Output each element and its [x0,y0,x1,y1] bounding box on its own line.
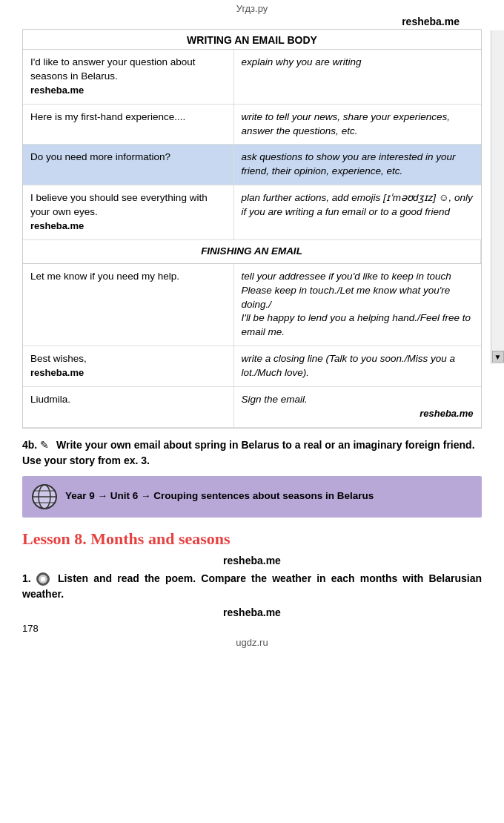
table-cell-right: write to tell your news, share your expe… [233,104,480,145]
purple-box-text: Year 9 → Unit 6 → Crouping sentences abo… [65,489,374,503]
table-cell-left: Here is my first-hand experience.... [23,104,233,145]
table-header: WRITING AN EMAIL BODY [23,30,481,50]
edit-icon: ✎ [40,437,52,448]
resheba-watermark-5: resheba.me [420,408,473,419]
purple-box[interactable]: Year 9 → Unit 6 → Crouping sentences abo… [22,476,482,518]
table-cell-left: Do you need more information? [23,145,233,185]
table-cell-left: I believe you should see everything with… [23,185,233,240]
top-watermark: Угдз.ру [0,0,504,16]
scrollbar[interactable]: ▼ [491,30,504,364]
table-row: I'd like to answer your question about s… [23,50,481,104]
table-cell-right: write a closing line (Talk to you soon./… [233,346,480,387]
table-row: Liudmila. Sign the email. resheba.me [23,387,481,428]
table-cell-right: Sign the email. resheba.me [233,387,480,428]
page-number: 178 [22,623,482,634]
table-cell-left: I'd like to answer your question about s… [23,50,233,104]
email-body-table: I'd like to answer your question about s… [23,50,481,428]
exercise-1-number: 1. [22,572,31,584]
resheba-watermark-2: resheba.me [30,85,84,96]
exercise-4b-number: 4b. [22,439,37,451]
finishing-header: FINISHING AN EMAIL [23,239,481,263]
resheba-watermark-4: resheba.me [30,367,84,378]
lesson-header: Lesson 8. Months and seasons [22,529,482,549]
exercise-4b: 4b. ✎ Write your own email about spring … [22,437,482,469]
resheba-watermark-1: resheba.me [402,16,460,27]
table-row: Let me know if you need my help. tell yo… [23,263,481,346]
table-row-highlighted: Do you need more information? ask questi… [23,145,481,185]
table-cell-left: Best wishes, resheba.me [23,346,233,387]
table-cell-right: tell your addressee if you'd like to kee… [233,263,480,346]
globe-icon [31,483,58,510]
table-row: Here is my first-hand experience.... wri… [23,104,481,145]
table-cell-right: ask questions to show you are interested… [233,145,480,185]
below-table: 4b. ✎ Write your own email about spring … [22,437,482,634]
exercise-4b-text: Write your own email about spring in Bel… [22,439,475,466]
table-cell-right: plan further actions, add emojis [ɪˈməʊd… [233,185,480,240]
exercise-1-text: Listen and read the poem. Compare the we… [22,572,482,600]
email-table-section: WRITING AN EMAIL BODY I'd like to answer… [22,29,482,429]
table-cell-right: explain why you are writing [233,50,480,104]
cd-icon [36,572,50,586]
table-row: I believe you should see everything with… [23,185,481,240]
resheba-watermark-ex1: resheba.me [22,606,482,618]
table-cell-left: Let me know if you need my help. [23,263,233,346]
exercise-1: 1. Listen and read the poem. Compare the… [22,571,482,602]
table-cell-left: Liudmila. [23,387,233,428]
resheba-watermark-3: resheba.me [30,220,84,231]
table-row: Best wishes, resheba.me write a closing … [23,346,481,387]
scroll-down-arrow[interactable]: ▼ [492,351,504,363]
resheba-watermark-center: resheba.me [22,555,482,566]
bottom-watermark: ugdz.ru [0,637,504,648]
finishing-header-row: FINISHING AN EMAIL [23,239,481,263]
